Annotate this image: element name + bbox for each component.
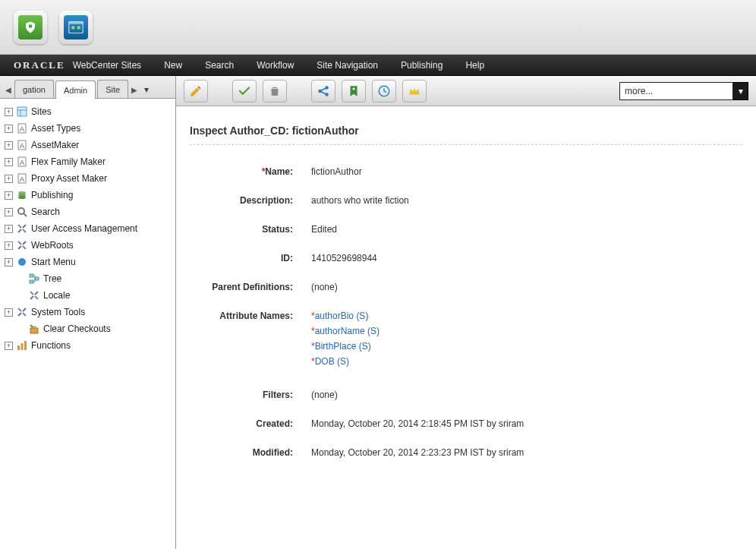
tree-item[interactable]: +System Tools [3,304,172,320]
shield-user-icon [24,21,37,34]
label-id: ID: [190,253,311,263]
tree-item-label: Publishing [31,190,73,200]
label-name: *Name: [190,166,311,177]
menu-search[interactable]: Search [205,60,234,71]
expand-toggle[interactable]: + [5,225,13,233]
tab-admin[interactable]: Admin [55,80,96,99]
svg-point-21 [18,258,26,266]
expand-toggle[interactable]: + [5,175,13,183]
svg-rect-28 [24,341,27,350]
chevron-down-icon[interactable]: ▾ [733,82,748,100]
menu-site-navigation[interactable]: Site Navigation [317,60,378,71]
attribute-link[interactable]: *DOB (S) [311,356,742,367]
history-button[interactable] [372,80,396,103]
tab-truncated-left[interactable]: gation [14,80,54,98]
search-icon [16,206,28,218]
tree-item[interactable]: +WebRoots [3,237,172,254]
value-status[interactable]: Edited [311,224,742,235]
tree-item[interactable]: +Start Menu [3,254,172,270]
expand-toggle[interactable]: + [5,191,13,200]
svg-text:A: A [20,142,24,150]
home-admin-tile[interactable] [59,11,93,44]
value-parent-definitions: (none) [311,282,742,292]
svg-rect-2 [69,21,83,24]
tree-item-label: Sites [31,106,52,117]
label-description: Description: [190,195,311,206]
brand: ORACLE WebCenter Sites [14,59,141,71]
expand-toggle[interactable]: + [5,158,13,166]
tree-item-label: User Access Management [31,223,137,234]
tree-item[interactable]: +AAsset Types [3,120,172,137]
more-select-value: more... [625,86,653,96]
expand-toggle[interactable]: + [5,108,13,116]
home-contributor-tile[interactable] [14,11,47,44]
tab-scroll-left[interactable]: ◀ [3,81,14,98]
expand-toggle[interactable]: + [5,141,13,150]
svg-rect-5 [17,107,27,116]
attribute-link[interactable]: *authorBio (S) [311,311,742,321]
svg-rect-24 [35,277,39,280]
label-attribute-names: Attribute Names: [190,311,311,371]
tree-item[interactable]: Clear Checkouts [3,320,172,337]
expand-toggle [17,325,25,333]
tree-item[interactable]: +AProxy Asset Maker [3,170,172,187]
bookmark-button[interactable] [342,80,366,103]
expand-toggle[interactable]: + [5,258,13,267]
main-panel: more... ▾ Inspect Author_CD: fictionAuth… [176,76,756,549]
tab-site[interactable]: Site [97,80,128,98]
share-button[interactable] [311,80,335,103]
svg-rect-27 [21,343,24,350]
tree-icon [28,273,40,285]
edit-button[interactable] [184,80,208,103]
tree-item[interactable]: +AFlex Family Maker [3,153,172,170]
sidebar: ◀ gation Admin Site ▶ ▾ +Sites+AAsset Ty… [0,76,176,549]
expand-toggle[interactable]: + [5,308,13,317]
label-parent-definitions: Parent Definitions: [190,282,311,292]
dot-icon [16,256,28,268]
tree-item-label: AssetMaker [31,140,79,150]
svg-point-19 [18,208,24,214]
attribute-link[interactable]: *BirthPlace (S) [311,341,742,352]
tree-item-label: System Tools [31,307,85,317]
tree-item-label: Search [31,207,60,217]
clock-icon [377,84,391,98]
tree-item-label: Clear Checkouts [43,323,111,334]
tree-item[interactable]: +User Access Management [3,220,172,237]
tree-item[interactable]: +Sites [3,103,172,120]
approve-button[interactable] [232,80,257,103]
tree-item[interactable]: +Search [3,204,172,220]
crown-button[interactable] [402,80,427,103]
tree-item[interactable]: Locale [3,287,172,304]
menu-workflow[interactable]: Workflow [257,60,294,71]
menu-help[interactable]: Help [465,60,484,71]
clear-icon [28,323,40,335]
svg-point-0 [29,24,33,28]
tree-item-label: WebRoots [31,240,74,251]
svg-rect-26 [17,345,20,350]
doc-a-icon: A [16,172,28,185]
bookmark-plus-icon [347,84,361,98]
expand-toggle[interactable]: + [5,342,13,350]
delete-button[interactable] [263,80,287,103]
tree-item[interactable]: +Functions [3,337,172,354]
expand-toggle[interactable]: + [5,208,13,216]
value-id: 1410529698944 [311,253,742,263]
tab-overflow-menu[interactable]: ▾ [140,81,153,98]
expand-toggle[interactable]: + [5,241,13,250]
doc-a-icon: A [16,139,28,151]
svg-rect-23 [30,280,33,283]
menubar: ORACLE WebCenter Sites New Search Workfl… [0,55,756,76]
brand-main: ORACLE [14,59,65,71]
tree-item[interactable]: +Publishing [3,187,172,204]
tab-scroll-right[interactable]: ▶ [129,81,140,98]
svg-rect-25 [30,328,38,333]
menu-publishing[interactable]: Publishing [401,60,443,71]
tree-item[interactable]: +AAssetMaker [3,137,172,153]
tree-item-label: Asset Types [31,123,80,134]
more-select[interactable]: more... ▾ [619,82,748,100]
attribute-link[interactable]: *authorName (S) [311,326,742,336]
menu-new[interactable]: New [164,60,182,71]
tree-item[interactable]: Tree [3,270,172,287]
expand-toggle[interactable]: + [5,125,13,133]
check-icon [238,84,251,98]
